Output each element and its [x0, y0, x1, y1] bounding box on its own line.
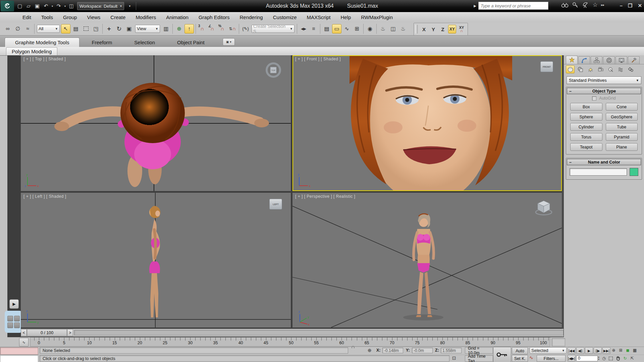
- plane-button[interactable]: Plane: [606, 143, 638, 151]
- active-layout-tab[interactable]: [5, 311, 22, 333]
- viewport-front-label[interactable]: [ + ] [ Front ] [ Shaded ]: [295, 57, 341, 61]
- search-binoculars-icon[interactable]: [561, 2, 569, 8]
- viewport-top-label[interactable]: [ + ] [ Top ] [ Shaded ]: [23, 57, 66, 61]
- reference-coordinate-system-dropdown[interactable]: View ▼: [135, 25, 160, 33]
- zoom-icon[interactable]: ⊕: [610, 347, 617, 353]
- named-selection-sets-dropdown[interactable]: Create Selection S ▼: [252, 25, 294, 33]
- next-frame-button[interactable]: ||▶: [594, 347, 602, 354]
- menu-animation[interactable]: Animation: [161, 12, 194, 22]
- mirror-icon[interactable]: ◂▸: [299, 24, 308, 34]
- viewport-perspective[interactable]: [ + ] [ Perspective ] [ Realistic ]: [292, 193, 562, 327]
- key-filter-set-dropdown[interactable]: Selected ▼: [530, 347, 567, 354]
- z-coord-field[interactable]: 1.558m: [441, 348, 462, 353]
- object-color-swatch[interactable]: [630, 168, 638, 176]
- undo-dropdown-icon[interactable]: ▾: [51, 2, 54, 10]
- infocenter-more-icon[interactable]: ▸▸: [601, 3, 604, 7]
- angle-snap-toggle-icon[interactable]: ∠∩: [208, 24, 217, 34]
- menu-tools[interactable]: Tools: [36, 12, 58, 22]
- bind-to-space-warp-icon[interactable]: ≈: [23, 24, 33, 34]
- select-and-rotate-icon[interactable]: ↻: [114, 24, 124, 34]
- utilities-tab[interactable]: [628, 56, 640, 64]
- search-flyout-arrow-icon[interactable]: ▶: [474, 4, 476, 8]
- infocenter-search-input[interactable]: [478, 2, 548, 10]
- maximize-button[interactable]: ❒: [628, 3, 632, 9]
- viewport-left-label[interactable]: [ + ] [ Left ] [ Shaded ]: [23, 194, 66, 199]
- restrict-z-button[interactable]: Z: [439, 25, 447, 34]
- open-file-icon[interactable]: ▱: [24, 2, 33, 10]
- ribbon-tab-freeform[interactable]: Freeform: [82, 38, 122, 47]
- create-tab[interactable]: [566, 56, 578, 64]
- pan-hand-icon[interactable]: [615, 355, 621, 361]
- viewport-perspective-label[interactable]: [ + ] [ Perspective ] [ Realistic ]: [295, 194, 355, 199]
- polygon-modeling-panel-tab[interactable]: Polygon Modeling: [6, 47, 57, 55]
- menu-create[interactable]: Create: [105, 12, 130, 22]
- viewport-top[interactable]: [ + ] [ Top ] [ Shaded ]: [21, 55, 291, 191]
- ribbon-minimize-dropdown-button[interactable]: ▣▾: [223, 38, 235, 46]
- edit-named-selection-sets-icon[interactable]: {✎}: [241, 24, 250, 34]
- application-menu-button[interactable]: [1, 1, 14, 11]
- rendered-frame-window-icon[interactable]: ◫: [388, 24, 398, 34]
- helpers-category-icon[interactable]: [606, 65, 615, 73]
- undo-icon[interactable]: ↶: [42, 2, 50, 10]
- new-scene-icon[interactable]: ▢: [16, 2, 24, 10]
- viewport-front[interactable]: [ + ] [ Front ] [ Shaded ]: [292, 55, 562, 191]
- cameras-category-icon[interactable]: [596, 65, 605, 73]
- render-production-icon[interactable]: ♨: [398, 24, 408, 34]
- frame-spinner[interactable]: ▲▼: [598, 356, 600, 361]
- zoom-all-icon[interactable]: ⊞: [618, 347, 624, 353]
- quick-access-customize-icon[interactable]: ▾: [126, 2, 134, 10]
- front-view-scene[interactable]: [292, 55, 562, 191]
- use-pivot-point-center-icon[interactable]: ▥: [161, 24, 171, 34]
- material-editor-icon[interactable]: ◉: [365, 24, 375, 34]
- ribbon-tab-selection[interactable]: Selection: [124, 38, 165, 47]
- ribbon-tab-graphite[interactable]: Graphite Modeling Tools: [5, 38, 79, 47]
- graphite-ribbon-toggle-icon[interactable]: ▭: [332, 24, 341, 34]
- align-icon[interactable]: ≡: [309, 24, 318, 34]
- sign-in-key-icon[interactable]: [572, 2, 579, 8]
- communication-center-icon[interactable]: [582, 2, 589, 8]
- layer-manager-icon[interactable]: ▤: [322, 24, 331, 34]
- shapes-category-icon[interactable]: [576, 65, 585, 73]
- current-frame-field[interactable]: 0: [576, 356, 598, 361]
- menu-rendering[interactable]: Rendering: [234, 12, 268, 22]
- menu-group[interactable]: Group: [58, 12, 82, 22]
- teapot-button[interactable]: Teapot: [570, 143, 602, 151]
- x-coord-field[interactable]: -0.148m: [382, 348, 403, 353]
- pyramid-button[interactable]: Pyramid: [606, 133, 638, 141]
- viewcube-front[interactable]: FRONT: [540, 61, 553, 72]
- keyboard-shortcut-override-icon[interactable]: ↑: [184, 24, 194, 34]
- workspace-selector[interactable]: Workspace: Default ▾: [77, 2, 124, 10]
- viewport-left[interactable]: [ + ] [ Left ] [ Shaded ] LEFT z: [21, 193, 291, 327]
- previous-frame-arrow[interactable]: <: [21, 329, 27, 336]
- save-file-icon[interactable]: ▣: [33, 2, 41, 10]
- select-by-name-icon[interactable]: ▤: [71, 24, 80, 34]
- cone-button[interactable]: Cone: [606, 103, 638, 111]
- set-keys-button[interactable]: [493, 347, 511, 362]
- redo-dropdown-icon[interactable]: ▾: [63, 2, 67, 10]
- window-crossing-icon[interactable]: ◳: [91, 24, 101, 34]
- select-and-link-icon[interactable]: ∞: [3, 24, 12, 34]
- render-setup-icon[interactable]: ♨: [378, 24, 388, 34]
- orbit-icon[interactable]: ↻: [622, 355, 628, 361]
- layout-tabbar-flyout-button[interactable]: ▶: [9, 299, 19, 309]
- set-key-button[interactable]: Set K.: [512, 355, 528, 362]
- auto-key-button[interactable]: Auto: [512, 347, 528, 354]
- viewcube-top[interactable]: TOP: [265, 61, 282, 80]
- schematic-view-icon[interactable]: ⊞: [352, 24, 362, 34]
- open-mini-curve-editor-button[interactable]: ∿: [19, 338, 29, 347]
- time-configuration-icon[interactable]: ◷: [601, 355, 607, 361]
- add-time-tag-field[interactable]: Add Time Tag: [465, 355, 493, 362]
- play-animation-button[interactable]: ▶: [585, 347, 593, 354]
- menu-modifiers[interactable]: Modifiers: [130, 12, 161, 22]
- object-name-field[interactable]: [570, 168, 627, 176]
- modify-tab[interactable]: [578, 56, 590, 64]
- restrict-x-button[interactable]: X: [420, 25, 428, 34]
- hierarchy-tab[interactable]: [591, 56, 602, 64]
- menu-graph-editors[interactable]: Graph Editors: [194, 12, 235, 22]
- toolbar-grip[interactable]: [415, 25, 418, 34]
- y-coord-field[interactable]: -0.0m: [412, 348, 433, 353]
- favorites-star-icon[interactable]: ☆: [593, 1, 598, 8]
- snaps-toggle-icon[interactable]: 3∩: [198, 24, 207, 34]
- select-and-scale-icon[interactable]: ▣: [124, 24, 134, 34]
- maxscript-mini-listener-white[interactable]: [0, 355, 38, 362]
